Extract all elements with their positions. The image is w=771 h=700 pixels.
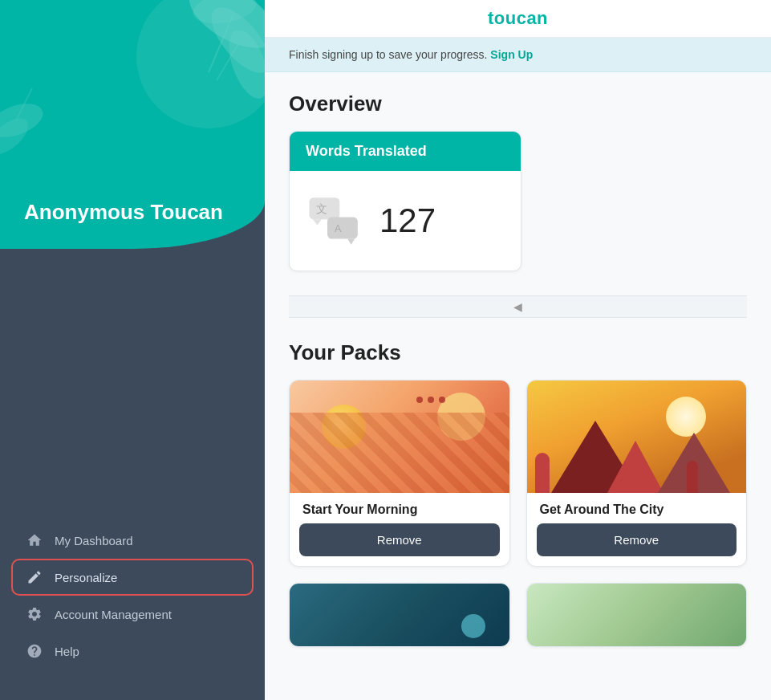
svg-marker-11 <box>313 219 322 225</box>
words-card-body: 文 A 127 <box>290 171 521 271</box>
pack-card-morning: Start Your Morning Remove <box>289 380 510 567</box>
sidebar-item-dashboard[interactable]: My Dashboard <box>13 523 252 557</box>
signup-banner: Finish signing up to save your progress.… <box>265 38 771 72</box>
top-bar: toucan <box>265 0 771 38</box>
pack-card-city: Get Around The City Remove <box>526 380 748 567</box>
pack-card-partial-2 <box>526 583 748 647</box>
svg-text:A: A <box>335 223 342 234</box>
leaf-decoration-top <box>152 0 265 112</box>
sidebar-item-personalize-label: Personalize <box>55 571 117 584</box>
sidebar-item-help[interactable]: Help <box>13 634 252 668</box>
pack-image-city <box>527 381 747 493</box>
pack-card-partial-1 <box>289 583 510 647</box>
svg-rect-12 <box>327 218 358 239</box>
words-card-header: Words Translated <box>290 132 521 171</box>
sidebar-top: Anonymous Toucan <box>0 0 265 249</box>
main-content: toucan Finish signing up to save your pr… <box>265 0 771 700</box>
user-name: Anonymous Toucan <box>24 200 223 225</box>
sidebar-item-help-label: Help <box>55 645 79 658</box>
sidebar-item-account[interactable]: Account Management <box>13 597 252 631</box>
pack-image-morning <box>290 381 509 493</box>
overview-title: Overview <box>289 92 747 116</box>
pack-name-city: Get Around The City <box>527 493 747 523</box>
packs-title: Your Packs <box>289 340 747 365</box>
pack-remove-city[interactable]: Remove <box>537 523 737 556</box>
sidebar-item-account-label: Account Management <box>55 608 172 621</box>
pack-name-morning: Start Your Morning <box>290 493 509 523</box>
sidebar-bottom: My Dashboard Personalize Account Managem… <box>0 249 265 700</box>
edit-icon <box>26 568 43 586</box>
leaf-decoration-left <box>0 64 72 161</box>
packs-grid: Start Your Morning Remove <box>289 380 747 647</box>
sidebar: Anonymous Toucan My Dashboard Personaliz… <box>0 0 265 700</box>
scroll-hint[interactable]: ◀ <box>289 295 747 318</box>
gear-icon <box>26 605 43 623</box>
inner-content: Overview Words Translated 文 A <box>265 72 771 666</box>
svg-marker-14 <box>347 239 355 245</box>
app-title: toucan <box>488 8 548 29</box>
words-translated-card: Words Translated 文 A <box>289 131 521 271</box>
svg-text:文: 文 <box>316 202 327 215</box>
question-icon <box>26 642 43 660</box>
signup-banner-text: Finish signing up to save your progress. <box>289 48 487 61</box>
content-area: Finish signing up to save your progress.… <box>265 38 771 700</box>
translate-icon: 文 A <box>306 192 363 250</box>
sidebar-item-dashboard-label: My Dashboard <box>55 534 133 547</box>
words-count: 127 <box>379 201 436 240</box>
sidebar-item-personalize[interactable]: Personalize <box>13 560 252 594</box>
home-icon <box>26 531 43 549</box>
signup-link[interactable]: Sign Up <box>490 48 533 61</box>
scroll-left-arrow: ◀ <box>513 300 522 313</box>
pack-remove-morning[interactable]: Remove <box>299 523 500 556</box>
sidebar-nav: My Dashboard Personalize Account Managem… <box>0 523 265 668</box>
